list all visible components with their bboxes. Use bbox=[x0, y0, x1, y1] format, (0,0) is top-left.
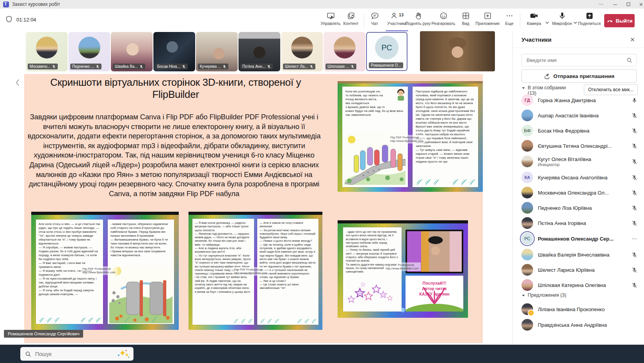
tile-name-label: Кучерява ... bbox=[200, 64, 221, 69]
panel-close-icon[interactable] bbox=[630, 37, 635, 42]
mic-off-icon bbox=[350, 65, 354, 69]
meeting-info-shield-icon[interactable] bbox=[5, 16, 12, 23]
toolbar-divider bbox=[520, 13, 520, 27]
video-tile[interactable]: Пєтіна Анн... bbox=[238, 32, 280, 71]
book-page-text: Пастушок підійшов до найближчого чоловік… bbox=[416, 90, 475, 174]
leave-button[interactable]: Выйти bbox=[604, 14, 635, 27]
video-tile[interactable]: Шпілєвая ... bbox=[324, 32, 365, 71]
book-spread-bottom-right: - адже ніхто до неї так не промовляв, хо… bbox=[338, 220, 468, 318]
card-text: Автор читає bbox=[406, 286, 463, 291]
raise-hand-button[interactable]: Поднять руку bbox=[405, 12, 431, 30]
apps-icon bbox=[484, 12, 492, 20]
camera-button[interactable]: Камера bbox=[524, 12, 544, 30]
more-options-icon[interactable] bbox=[632, 236, 637, 242]
window-more-icon[interactable] bbox=[595, 0, 607, 9]
filmstrip-prev-icon[interactable] bbox=[14, 77, 21, 88]
participant-row-presenter[interactable]: РС Ромашенков Олександр Сер... bbox=[521, 232, 637, 245]
participants-panel: Участники Отправка приглашения В этом со… bbox=[512, 31, 644, 345]
invite-button[interactable]: Отправка приглашения bbox=[521, 69, 637, 83]
avatar bbox=[334, 37, 356, 58]
participant-row[interactable]: Шелест Лариса Юріївна bbox=[521, 263, 637, 276]
suggested-participant-row[interactable]: Правдзінська Анна Андріївна bbox=[521, 318, 637, 331]
manage-button[interactable]: Управлять bbox=[319, 12, 342, 30]
slide-paragraph: Завдяки цифровим платформам Canva і Flip… bbox=[27, 112, 322, 198]
more-button[interactable]: Еще bbox=[502, 12, 517, 30]
video-tile[interactable]: Шелест Ла... bbox=[281, 32, 323, 71]
section-suggestions[interactable]: Предложения (3) bbox=[521, 292, 566, 298]
video-tile[interactable]: Педченко ... bbox=[68, 32, 110, 71]
book-page-text: - адже ніхто до неї так не промовляв, хо… bbox=[346, 230, 399, 279]
book-top-edge bbox=[338, 81, 483, 83]
flipbuilder-watermark: Flip PDF Professional http://www.flipbui… bbox=[80, 266, 117, 275]
participant-row[interactable]: Швайка Валерія Вячеславівна bbox=[521, 248, 637, 261]
participant-row[interactable]: Пєтіна Анна Ігорівна bbox=[521, 216, 637, 230]
video-tile[interactable]: Босак Ніна... bbox=[153, 32, 195, 71]
share-button[interactable]: Поделиться bbox=[577, 12, 602, 30]
taskbar-search-box[interactable] bbox=[20, 347, 133, 361]
mic-off-icon[interactable] bbox=[632, 252, 637, 258]
taskbar-search-input[interactable] bbox=[34, 351, 116, 358]
participant-row[interactable]: ГД Горіна Жанна Дмитрівна bbox=[521, 94, 637, 107]
book-top-edge bbox=[31, 212, 179, 215]
avatar bbox=[521, 187, 533, 198]
mic-off-icon[interactable] bbox=[632, 175, 637, 181]
tile-name-label: Швайка Ва... bbox=[115, 64, 138, 69]
participant-row[interactable]: КА Кучерява Оксана Анатоліївна bbox=[521, 171, 637, 184]
mic-off-icon[interactable] bbox=[632, 190, 637, 196]
participant-row[interactable]: Москвичова Олександра Ол... bbox=[521, 186, 637, 199]
participant-row[interactable]: Ашпар Анастасія Іванівна bbox=[521, 109, 637, 122]
avatar bbox=[78, 37, 100, 58]
mic-off-icon[interactable] bbox=[632, 159, 637, 165]
avatar-initials: КА bbox=[521, 172, 533, 183]
participant-search-input[interactable] bbox=[526, 57, 626, 64]
video-tile[interactable]: Швайка Ва... bbox=[111, 32, 153, 71]
participant-row[interactable]: Педченко Ліза Юріївна bbox=[521, 201, 637, 214]
video-tile-large[interactable] bbox=[420, 31, 495, 71]
participant-row[interactable]: БФ Босак Ніна Федорівна bbox=[521, 124, 637, 137]
divider bbox=[513, 48, 644, 48]
participant-row[interactable]: Кугут Олеся Віталіївна Инициатор bbox=[521, 154, 637, 169]
participant-row[interactable]: Євтушина Тетяна Олександрі... bbox=[521, 139, 637, 152]
flipbuilder-watermark: Flip PDF Professional http://www.flipbui… bbox=[384, 262, 421, 271]
content-button[interactable]: Контент bbox=[340, 12, 361, 30]
mic-off-icon[interactable] bbox=[632, 205, 637, 211]
video-tile[interactable]: Москвичо... bbox=[26, 32, 68, 71]
meeting-timer: 01:12:04 bbox=[16, 17, 36, 23]
windows-taskbar: W T 1 19°C Mostly cloudy УКР 14:08 23.05… bbox=[0, 345, 644, 363]
apps-button[interactable]: Приложения bbox=[474, 12, 501, 30]
mic-off-icon[interactable] bbox=[632, 143, 637, 149]
mic-on-icon[interactable] bbox=[632, 97, 637, 103]
chat-button[interactable]: Чат bbox=[366, 12, 383, 30]
mic-off-icon bbox=[52, 65, 56, 69]
mic-off-icon[interactable] bbox=[632, 220, 637, 226]
window-close-button[interactable] bbox=[635, 0, 644, 9]
suggested-participant-row[interactable]: Ліліана Іванівна Прокопенко bbox=[521, 303, 637, 316]
window-titlebar: T Захист курсових робіт bbox=[0, 0, 644, 9]
react-icon bbox=[439, 12, 448, 20]
participant-search-field[interactable] bbox=[521, 54, 637, 66]
mic-off-icon[interactable] bbox=[632, 267, 637, 273]
video-tile[interactable]: Кучерява ... bbox=[196, 32, 238, 71]
book-top-edge bbox=[189, 212, 322, 215]
mic-off-icon[interactable] bbox=[632, 113, 637, 119]
avatar bbox=[521, 249, 533, 260]
mic-off-icon[interactable] bbox=[632, 282, 637, 288]
flipbuilder-watermark: Flip PDF Professional http://www.flipbui… bbox=[388, 135, 425, 143]
view-button[interactable]: Вид bbox=[458, 12, 473, 30]
mic-off-icon bbox=[310, 65, 313, 69]
mic-off-icon[interactable] bbox=[632, 128, 637, 134]
participants-count-badge: 13 bbox=[399, 12, 404, 17]
avatar bbox=[521, 202, 533, 214]
mic-off-icon bbox=[139, 65, 143, 69]
window-minimize-button[interactable] bbox=[609, 0, 621, 9]
participant-row[interactable]: Шпілєвая Катерина Олегівна bbox=[521, 278, 637, 292]
raise-hand-icon bbox=[414, 12, 422, 20]
window-maximize-button[interactable] bbox=[622, 0, 635, 9]
camera-options-chevron-icon[interactable] bbox=[545, 20, 550, 25]
manage-icon bbox=[327, 12, 335, 20]
microphone-button[interactable]: Микрофон bbox=[550, 12, 574, 30]
avatar bbox=[521, 279, 533, 291]
avatar-initials: РС bbox=[375, 36, 398, 59]
video-tile-active-speaker[interactable]: РС Ромашенков О... bbox=[366, 32, 407, 71]
react-button[interactable]: Реагировать bbox=[429, 12, 457, 30]
